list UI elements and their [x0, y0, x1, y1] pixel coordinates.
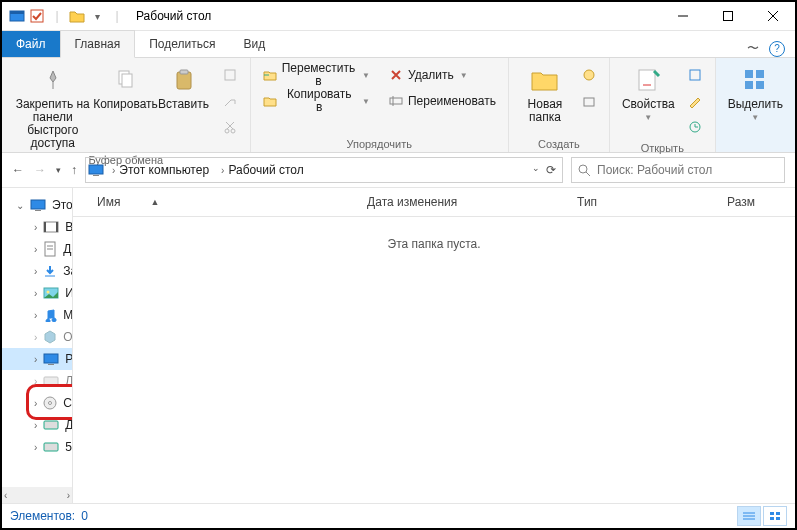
tab-home[interactable]: Главная — [60, 30, 136, 58]
ribbon-group-label: Открыть — [618, 140, 707, 154]
nav-root-this-pc[interactable]: ⌄ Этот компьютер — [2, 194, 72, 216]
move-to-button[interactable]: Переместить в▼ — [259, 62, 374, 88]
copy-button[interactable]: Копировать — [98, 62, 154, 113]
expand-icon[interactable]: › — [34, 266, 37, 277]
search-icon — [578, 164, 591, 177]
expand-icon[interactable]: › — [34, 332, 37, 343]
expand-icon[interactable]: › — [34, 310, 37, 321]
cd-icon — [43, 395, 57, 411]
view-icons-button[interactable] — [763, 506, 787, 526]
qat-checkbox-icon[interactable] — [28, 7, 46, 25]
expand-icon[interactable]: › — [34, 398, 37, 409]
svg-rect-32 — [44, 222, 46, 232]
refresh-icon[interactable]: ⟳ — [546, 163, 556, 177]
column-type[interactable]: Тип — [577, 195, 727, 209]
pin-quick-access-button[interactable]: Закрепить на панели быстрого доступа — [10, 62, 96, 152]
edit-icon — [687, 93, 703, 109]
copy-to-button[interactable]: Копировать в▼ — [259, 88, 374, 114]
sidebar-item-netdrive[interactable]: ›541A849B1A847C2C (\\ — [2, 436, 72, 458]
new-item-button[interactable] — [577, 62, 601, 88]
nav-recent-button[interactable]: ▾ — [56, 165, 61, 175]
ribbon-group-new: Новая папка Создать — [509, 58, 610, 152]
address-dropdown-icon[interactable]: ⌄ — [532, 163, 540, 177]
edit-button[interactable] — [683, 88, 707, 114]
expand-icon[interactable]: › — [34, 354, 37, 365]
status-items-label: Элементов: — [10, 509, 75, 523]
column-headers[interactable]: Имя▲ Дата изменения Тип Разм — [73, 188, 795, 217]
svg-point-16 — [584, 70, 594, 80]
qat-dropdown-icon[interactable]: ▾ — [88, 7, 106, 25]
tab-file[interactable]: Файл — [2, 31, 60, 57]
column-size[interactable]: Разм — [727, 195, 795, 209]
collapse-icon[interactable]: ⌄ — [16, 200, 24, 211]
tab-share[interactable]: Поделиться — [135, 31, 229, 57]
sidebar-item-downloads[interactable]: ›Загрузки — [2, 260, 72, 282]
maximize-button[interactable] — [705, 2, 750, 30]
sidebar-item-3d[interactable]: ›Объемные объекты — [2, 326, 72, 348]
tab-view[interactable]: Вид — [229, 31, 279, 57]
chevron-down-icon: ▼ — [362, 69, 370, 82]
navigation-pane[interactable]: ⌄ Этот компьютер ›Видео ›Документы ›Загр… — [2, 188, 73, 503]
expand-icon[interactable]: › — [34, 288, 37, 299]
nav-forward-button[interactable]: → — [34, 163, 46, 177]
sidebar-item-videos[interactable]: ›Видео — [2, 216, 72, 238]
sidebar-item-documents[interactable]: ›Документы — [2, 238, 72, 260]
expand-icon[interactable]: › — [34, 442, 37, 453]
column-date[interactable]: Дата изменения — [367, 195, 577, 209]
network-drive-icon — [43, 439, 59, 455]
new-item-icon — [581, 67, 597, 83]
scroll-right-icon[interactable]: › — [67, 490, 70, 501]
delete-icon — [388, 67, 404, 83]
expand-icon[interactable]: › — [34, 376, 37, 387]
history-button[interactable] — [683, 114, 707, 140]
search-input[interactable]: Поиск: Рабочий стол — [571, 157, 785, 183]
select-button[interactable]: Выделить ▼ — [724, 62, 787, 126]
scroll-left-icon[interactable]: ‹ — [4, 490, 7, 501]
sidebar-item-music[interactable]: ›Музыка — [2, 304, 72, 326]
column-name[interactable]: Имя — [97, 195, 120, 209]
nav-back-button[interactable]: ← — [12, 163, 24, 177]
minimize-button[interactable] — [660, 2, 705, 30]
expand-icon[interactable]: › — [34, 244, 37, 255]
nav-scrollbar[interactable]: ‹› — [2, 487, 72, 503]
address-bar[interactable]: ›Этот компьютер ›Рабочий стол ⌄ ⟳ — [85, 157, 563, 183]
svg-rect-19 — [690, 70, 700, 80]
new-folder-button[interactable]: Новая папка — [517, 62, 573, 126]
svg-rect-8 — [122, 74, 132, 87]
svg-rect-14 — [390, 98, 402, 104]
breadcrumb-segment[interactable]: ›Этот компьютер — [108, 163, 213, 177]
close-button[interactable] — [750, 2, 795, 30]
breadcrumb-segment[interactable]: ›Рабочий стол — [217, 163, 308, 177]
sort-asc-icon[interactable]: ▲ — [150, 197, 159, 207]
expand-icon[interactable]: › — [34, 222, 37, 233]
delete-button[interactable]: Удалить▼ — [384, 62, 500, 88]
expand-icon[interactable]: › — [34, 420, 37, 431]
properties-button[interactable]: Свойства ▼ — [618, 62, 679, 126]
sidebar-item-desktop[interactable]: ›Рабочий стол — [2, 348, 72, 370]
svg-rect-46 — [44, 443, 58, 451]
pin-icon — [37, 64, 69, 96]
ribbon-collapse-icon[interactable]: 〜 — [747, 40, 759, 57]
rename-button[interactable]: Переименовать — [384, 88, 500, 114]
folder-icon — [68, 7, 86, 25]
desktop-icon — [43, 351, 59, 367]
paste-button[interactable]: Вставить — [156, 62, 212, 113]
svg-point-13 — [231, 129, 235, 133]
cut-button[interactable] — [218, 114, 242, 140]
sidebar-item-cddrive[interactable]: ›CD-дисковод (D:) Virtu — [2, 392, 72, 414]
ribbon-group-organize: Переместить в▼ Копировать в▼ Удалить▼ Пе… — [251, 58, 509, 152]
open-button[interactable] — [683, 62, 707, 88]
title-bar: | ▾ | Рабочий стол — [2, 2, 795, 31]
nav-up-button[interactable]: ↑ — [71, 163, 77, 177]
sidebar-item-localdisk[interactable]: ›Локальный диск (C:) — [2, 370, 72, 392]
view-details-button[interactable] — [737, 506, 761, 526]
sidebar-item-pictures[interactable]: ›Изображения — [2, 282, 72, 304]
help-icon[interactable]: ? — [769, 41, 785, 57]
easy-access-button[interactable] — [577, 88, 601, 114]
svg-rect-2 — [31, 10, 43, 22]
svg-rect-9 — [177, 72, 191, 89]
svg-rect-40 — [44, 354, 58, 363]
sidebar-item-netdocs[interactable]: ›Документы (\\VBoxSvr — [2, 414, 72, 436]
copy-path-button[interactable] — [218, 62, 242, 88]
paste-shortcut-button[interactable] — [218, 88, 242, 114]
